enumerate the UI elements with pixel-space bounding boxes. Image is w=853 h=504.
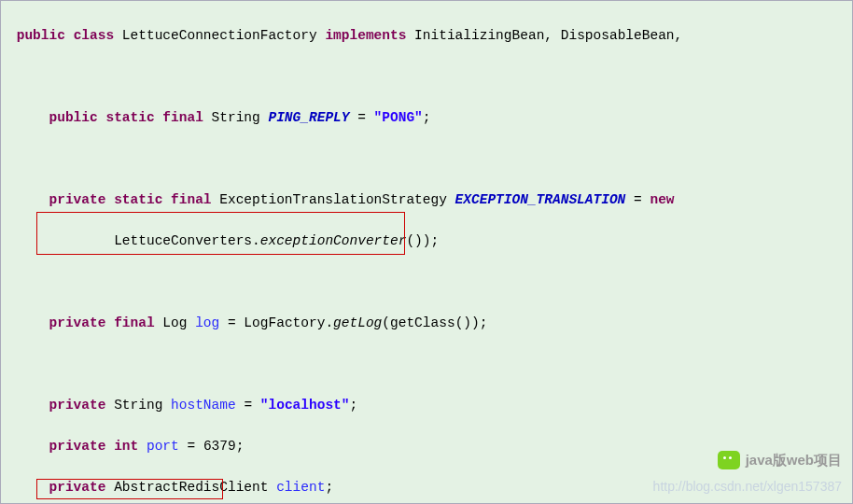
- code-line: private static final ExceptionTranslatio…: [8, 189, 852, 210]
- code-line: [8, 272, 852, 292]
- code-line: LettuceConverters.exceptionConverter());: [8, 231, 852, 251]
- code-line: private int port = 6379;: [8, 436, 852, 456]
- code-line: [8, 354, 852, 374]
- code-line: private final Log log = LogFactory.getLo…: [8, 313, 852, 333]
- code-line: private String hostName = "localhost";: [8, 395, 852, 415]
- code-editor[interactable]: public class LettuceConnectionFactory im…: [1, 1, 852, 504]
- code-line: public static final String PING_REPLY = …: [8, 107, 852, 128]
- code-line: public class LettuceConnectionFactory im…: [8, 25, 852, 46]
- code-line: [8, 66, 852, 87]
- code-line: private AbstractRedisClient client;: [8, 477, 852, 497]
- code-line: [8, 148, 852, 169]
